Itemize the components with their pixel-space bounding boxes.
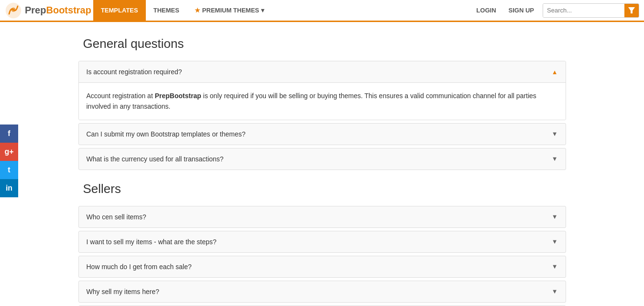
nav-right: LOGIN SIGN UP	[472, 3, 639, 18]
accordion-question-q2: Can I submit my own Bootstrap templates …	[87, 130, 246, 138]
brand-bootstrap: Bootstrap	[46, 5, 91, 16]
accordion-item-s3: How much do I get from each sale? ▼	[78, 256, 566, 278]
nav-templates[interactable]: TEMPLATES	[93, 0, 146, 21]
accordion-header-q2[interactable]: Can I submit my own Bootstrap templates …	[79, 124, 566, 145]
accordion-question-s1: Who cen sell items?	[87, 213, 146, 221]
filter-icon	[628, 7, 635, 14]
accordion-question-s3: How much do I get from each sale?	[87, 263, 192, 271]
navbar: PrepBootstrap TEMPLATES THEMES ★ PREMIUM…	[0, 0, 644, 22]
nav-links: TEMPLATES THEMES ★ PREMIUM THEMES ▾	[93, 0, 272, 21]
sellers-section: Sellers Who cen sell items? ▼ I want to …	[78, 181, 566, 306]
accordion-chevron-s3: ▼	[552, 263, 558, 270]
search-box	[543, 3, 639, 18]
main-content: General questions Is account registratio…	[50, 22, 595, 306]
brand-logo-icon	[5, 2, 22, 19]
accordion-question-q3: What is the currency used for all transa…	[87, 155, 224, 163]
nav-premium-themes[interactable]: ★ PREMIUM THEMES ▾	[187, 0, 272, 21]
svg-point-1	[11, 7, 16, 11]
accordion-header-s1[interactable]: Who cen sell items? ▼	[79, 206, 566, 227]
social-sidebar: f g+ t in	[0, 125, 18, 197]
social-twitter-button[interactable]: t	[0, 161, 18, 179]
accordion-header-s3[interactable]: How much do I get from each sale? ▼	[79, 256, 566, 277]
accordion-header-s2[interactable]: I want to sell my items - what are the s…	[79, 231, 566, 252]
brand-logo[interactable]: PrepBootstrap	[5, 2, 91, 19]
social-facebook-button[interactable]: f	[0, 125, 18, 143]
accordion-chevron-q2: ▼	[552, 130, 558, 137]
accordion-header-q3[interactable]: What is the currency used for all transa…	[79, 148, 566, 170]
search-input[interactable]	[543, 4, 624, 17]
accordion-item-s2: I want to sell my items - what are the s…	[78, 231, 566, 253]
accordion-chevron-q3: ▼	[552, 155, 558, 162]
accordion-question-s2: I want to sell my items - what are the s…	[87, 238, 217, 246]
svg-marker-2	[628, 7, 635, 13]
accordion-question-q1: Is account registration required?	[87, 68, 182, 76]
accordion-item-s1: Who cen sell items? ▼	[78, 206, 566, 228]
nav-themes[interactable]: THEMES	[146, 0, 187, 21]
social-google-button[interactable]: g+	[0, 143, 18, 161]
accordion-header-q1[interactable]: Is account registration required? ▲	[79, 61, 566, 83]
accordion-header-s4[interactable]: Why sell my items here? ▼	[79, 281, 566, 302]
social-linkedin-button[interactable]: in	[0, 179, 18, 197]
accordion-item-q2: Can I submit my own Bootstrap templates …	[78, 123, 566, 145]
accordion-chevron-q1: ▲	[552, 68, 558, 76]
accordion-chevron-s1: ▼	[552, 213, 558, 220]
brand-prep: Prep	[25, 5, 46, 16]
accordion-item-s4: Why sell my items here? ▼	[78, 281, 566, 303]
sellers-title: Sellers	[78, 181, 566, 196]
accordion-body-q1: Account registration at PrepBootstrap is…	[79, 83, 566, 120]
accordion-chevron-s2: ▼	[552, 238, 558, 245]
general-questions-title: General questions	[78, 36, 566, 51]
nav-signup[interactable]: SIGN UP	[505, 7, 538, 14]
accordion-item-q1: Is account registration required? ▲ Acco…	[78, 61, 566, 120]
nav-login[interactable]: LOGIN	[472, 7, 500, 14]
accordion-question-s4: Why sell my items here?	[87, 288, 159, 295]
accordion-chevron-s4: ▼	[552, 288, 558, 295]
accordion-item-q3: What is the currency used for all transa…	[78, 148, 566, 170]
search-filter-button[interactable]	[624, 4, 639, 17]
